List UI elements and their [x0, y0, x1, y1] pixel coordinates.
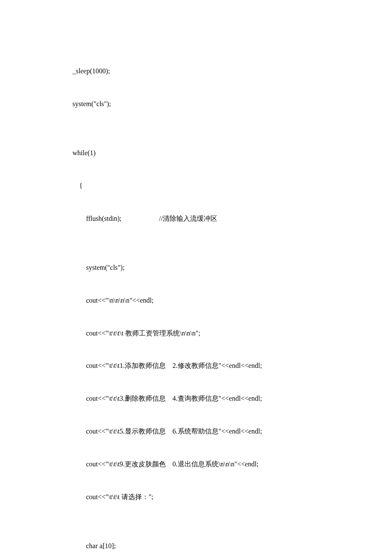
code-line: cout<<"\t\t\t1.添加教师信息 2.修改教师信息"<<endl<<e…: [72, 358, 366, 374]
code-line: _sleep(1000);: [72, 63, 366, 79]
code-line: cout<<"\t\t\t 请选择：";: [72, 489, 366, 505]
code-line: {: [72, 178, 366, 194]
code-line: cout<<"\t\t\t\t 教师工资管理系统\n\n\n";: [72, 325, 366, 341]
code-line: cout<<"\t\t\t3.删除教师信息 4.查询教师信息"<<endl<<e…: [72, 390, 366, 407]
code-line: system("cls");: [72, 96, 366, 112]
code-line: cout<<"\t\t\t9.更改皮肤颜色 0.退出信息系统\n\n\n"<<e…: [72, 456, 366, 472]
code-line: while(1): [72, 145, 366, 161]
code-line: cout<<"\t\t\t5.显示教师信息 6.系统帮助信息"<<endl<<e…: [72, 423, 366, 439]
code-line: cout<<"\n\n\n\n"<<endl;: [72, 292, 366, 309]
code-line: char a[10];: [72, 538, 366, 554]
code-line: system("cls");: [72, 260, 366, 276]
code-line: fflush(stdin); //清除输入流缓冲区: [72, 211, 366, 227]
code-document: _sleep(1000); system("cls"); while(1) { …: [0, 0, 392, 555]
